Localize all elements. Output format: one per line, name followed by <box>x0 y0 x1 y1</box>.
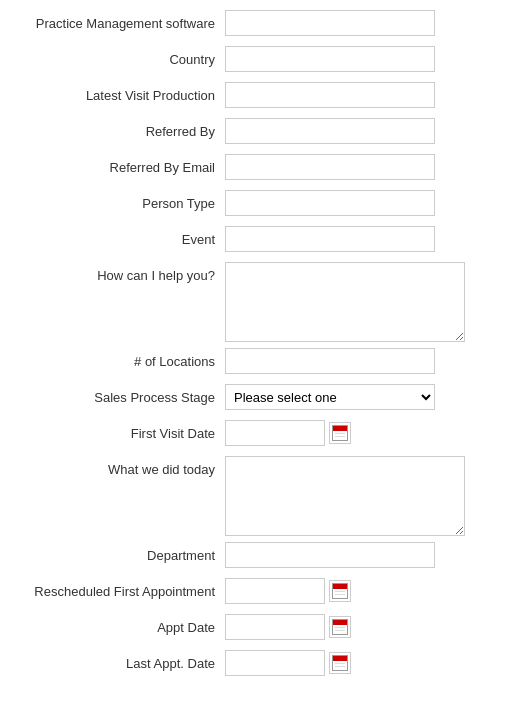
row-sales-process-stage: Sales Process Stage Please select one <box>10 384 495 414</box>
field-country <box>225 46 495 72</box>
row-how-can-i-help: How can I help you? <box>10 262 495 342</box>
calendar-icon <box>332 583 348 599</box>
field-what-we-did-today <box>225 456 495 536</box>
first-visit-date-input[interactable] <box>225 420 325 446</box>
person-type-input[interactable] <box>225 190 435 216</box>
row-num-locations: # of Locations <box>10 348 495 378</box>
label-what-we-did-today: What we did today <box>10 456 225 477</box>
label-referred-by-email: Referred By Email <box>10 154 225 175</box>
calendar-icon <box>332 655 348 671</box>
field-referred-by <box>225 118 495 144</box>
row-referred-by: Referred By <box>10 118 495 148</box>
rescheduled-first-appt-calendar-button[interactable] <box>329 580 351 602</box>
referred-by-email-input[interactable] <box>225 154 435 180</box>
field-latest-visit <box>225 82 495 108</box>
appt-date-calendar-button[interactable] <box>329 616 351 638</box>
how-can-i-help-textarea[interactable] <box>225 262 465 342</box>
label-latest-visit: Latest Visit Production <box>10 82 225 103</box>
field-sales-process-stage: Please select one <box>225 384 495 410</box>
row-practice-management: Practice Management software <box>10 10 495 40</box>
row-country: Country <box>10 46 495 76</box>
label-sales-process-stage: Sales Process Stage <box>10 384 225 405</box>
row-latest-visit: Latest Visit Production <box>10 82 495 112</box>
country-input[interactable] <box>225 46 435 72</box>
row-last-appt-date: Last Appt. Date <box>10 650 495 680</box>
field-first-visit-date <box>225 420 495 446</box>
first-visit-date-calendar-button[interactable] <box>329 422 351 444</box>
field-num-locations <box>225 348 495 374</box>
row-appt-date: Appt Date <box>10 614 495 644</box>
label-practice-management: Practice Management software <box>10 10 225 31</box>
appt-date-input[interactable] <box>225 614 325 640</box>
label-rescheduled-first-appt: Rescheduled First Appointment <box>10 578 225 599</box>
field-department <box>225 542 495 568</box>
form-container: Practice Management software Country Lat… <box>0 0 505 696</box>
field-referred-by-email <box>225 154 495 180</box>
label-referred-by: Referred By <box>10 118 225 139</box>
label-event: Event <box>10 226 225 247</box>
field-practice-management <box>225 10 495 36</box>
field-rescheduled-first-appt <box>225 578 495 604</box>
calendar-icon <box>332 619 348 635</box>
field-event <box>225 226 495 252</box>
row-event: Event <box>10 226 495 256</box>
calendar-icon <box>332 425 348 441</box>
field-appt-date <box>225 614 495 640</box>
field-last-appt-date <box>225 650 495 676</box>
row-rescheduled-first-appt: Rescheduled First Appointment <box>10 578 495 608</box>
label-num-locations: # of Locations <box>10 348 225 369</box>
label-appt-date: Appt Date <box>10 614 225 635</box>
referred-by-input[interactable] <box>225 118 435 144</box>
label-department: Department <box>10 542 225 563</box>
label-last-appt-date: Last Appt. Date <box>10 650 225 671</box>
last-appt-date-calendar-button[interactable] <box>329 652 351 674</box>
department-input[interactable] <box>225 542 435 568</box>
sales-process-stage-select[interactable]: Please select one <box>225 384 435 410</box>
field-how-can-i-help <box>225 262 495 342</box>
row-person-type: Person Type <box>10 190 495 220</box>
practice-management-input[interactable] <box>225 10 435 36</box>
latest-visit-input[interactable] <box>225 82 435 108</box>
event-input[interactable] <box>225 226 435 252</box>
what-we-did-today-textarea[interactable] <box>225 456 465 536</box>
label-first-visit-date: First Visit Date <box>10 420 225 441</box>
label-how-can-i-help: How can I help you? <box>10 262 225 283</box>
field-person-type <box>225 190 495 216</box>
num-locations-input[interactable] <box>225 348 435 374</box>
row-what-we-did-today: What we did today <box>10 456 495 536</box>
label-country: Country <box>10 46 225 67</box>
last-appt-date-input[interactable] <box>225 650 325 676</box>
rescheduled-first-appt-input[interactable] <box>225 578 325 604</box>
row-first-visit-date: First Visit Date <box>10 420 495 450</box>
label-person-type: Person Type <box>10 190 225 211</box>
row-department: Department <box>10 542 495 572</box>
row-referred-by-email: Referred By Email <box>10 154 495 184</box>
